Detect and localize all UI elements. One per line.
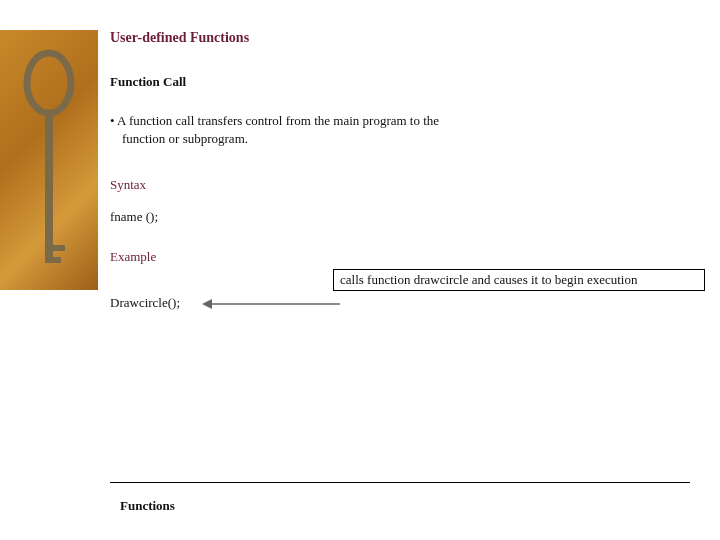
- syntax-label: Syntax: [110, 177, 710, 193]
- svg-marker-5: [202, 299, 212, 309]
- svg-rect-1: [45, 111, 53, 261]
- svg-rect-3: [45, 257, 61, 263]
- arrow-icon: [202, 295, 342, 313]
- slide-title: User-defined Functions: [110, 30, 710, 46]
- decorative-key-image: [0, 30, 98, 290]
- footer-divider: [110, 482, 690, 483]
- example-label: Example: [110, 249, 710, 265]
- footer-label: Functions: [120, 498, 175, 514]
- example-code: Drawcircle();: [110, 295, 710, 311]
- slide-subtitle: Function Call: [110, 74, 710, 90]
- svg-point-0: [27, 53, 71, 113]
- bullet-point: • A function call transfers control from…: [110, 112, 710, 147]
- syntax-code: fname ();: [110, 209, 710, 225]
- bullet-line-1: • A function call transfers control from…: [110, 112, 710, 130]
- example-callout: calls function drawcircle and causes it …: [333, 269, 705, 291]
- example-row: Drawcircle(); calls function drawcircle …: [110, 281, 710, 297]
- key-icon: [19, 45, 79, 275]
- content-area: User-defined Functions Function Call • A…: [110, 30, 710, 297]
- bullet-line-2: function or subprogram.: [110, 130, 710, 148]
- slide: User-defined Functions Function Call • A…: [0, 0, 720, 540]
- svg-rect-2: [45, 245, 65, 251]
